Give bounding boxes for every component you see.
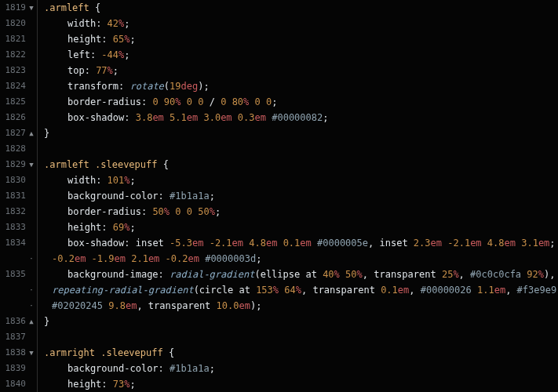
gutter-line: · — [0, 251, 37, 267]
gutter-line: 1838▼ — [0, 345, 37, 361]
code-line[interactable]: } — [44, 314, 558, 329]
gutter-line: 1831 — [0, 188, 37, 204]
code-line[interactable]: } — [44, 125, 558, 141]
code-line[interactable]: height: 65%; — [44, 31, 558, 47]
gutter-line: 1830 — [0, 172, 37, 188]
gutter-line: 1825 — [0, 94, 37, 110]
gutter-line: 1826 — [0, 110, 37, 125]
line-number: 1836 — [5, 314, 28, 329]
line-number: 1822 — [5, 47, 28, 63]
code-line[interactable]: left: -44%; — [44, 47, 558, 63]
code-line[interactable]: width: 101%; — [44, 172, 558, 188]
line-number: 1840 — [5, 376, 28, 392]
gutter-line: · — [0, 282, 37, 298]
gutter-line: 1837 — [0, 329, 37, 345]
code-line[interactable]: transform: rotate(19deg); — [44, 78, 558, 94]
code-line[interactable]: border-radius: 0 90% 0 0 / 0 80% 0 0; — [44, 94, 558, 110]
gutter-line: 1836▲ — [0, 314, 37, 329]
code-line[interactable]: background-color: #1b1a1a; — [44, 361, 558, 376]
line-number: 1837 — [5, 329, 28, 345]
line-number: 1833 — [5, 220, 28, 235]
gutter-line: 1822 — [0, 47, 37, 63]
line-number: 1827 — [5, 125, 28, 141]
gutter-line: 1840 — [0, 376, 37, 392]
line-number: 1830 — [5, 172, 28, 188]
fold-arrow-icon[interactable]: ▲ — [27, 314, 35, 329]
code-line[interactable]: width: 42%; — [44, 16, 558, 31]
fold-arrow-icon: · — [27, 251, 35, 267]
code-line[interactable]: .armleft .sleevepuff { — [44, 157, 558, 172]
line-number: 1821 — [5, 31, 28, 47]
code-line[interactable]: .armright .sleevepuff { — [44, 345, 558, 361]
line-number: 1820 — [5, 16, 28, 31]
code-line[interactable]: height: 69%; — [44, 220, 558, 235]
code-line[interactable]: height: 73%; — [44, 376, 558, 392]
line-number: 1819 — [5, 0, 28, 16]
line-number: 1835 — [5, 267, 28, 282]
line-number: 1823 — [5, 63, 28, 78]
line-number-gutter[interactable]: 1819▼18201821182218231824182518261827▲18… — [0, 0, 38, 392]
code-line[interactable]: background-color: #1b1a1a; — [44, 188, 558, 204]
fold-arrow-icon[interactable]: ▲ — [27, 125, 35, 141]
line-number: 1824 — [5, 78, 28, 94]
code-line[interactable]: box-shadow: 3.8em 5.1em 3.0em 0.3em #000… — [44, 110, 558, 125]
fold-arrow-icon[interactable]: ▼ — [27, 157, 35, 172]
line-number: 1828 — [5, 141, 28, 157]
line-number: 1829 — [5, 157, 28, 172]
line-number: 1838 — [5, 345, 28, 361]
gutter-line: 1832 — [0, 204, 37, 220]
code-line[interactable]: -0.2em -1.9em 2.1em -0.2em #0000003d; — [44, 251, 558, 267]
gutter-line: 1835 — [0, 267, 37, 282]
fold-arrow-icon: · — [27, 298, 35, 314]
code-line[interactable]: box-shadow: inset -5.3em -2.1em 4.8em 0.… — [44, 235, 558, 251]
line-number: 1834 — [5, 235, 28, 251]
line-number: 1826 — [5, 110, 28, 125]
gutter-line: 1834 — [0, 235, 37, 251]
gutter-line: 1821 — [0, 31, 37, 47]
gutter-line: 1824 — [0, 78, 37, 94]
code-line[interactable] — [44, 141, 558, 157]
code-line[interactable] — [44, 329, 558, 345]
gutter-line: 1823 — [0, 63, 37, 78]
fold-arrow-icon[interactable]: ▼ — [27, 0, 35, 16]
gutter-line: 1827▲ — [0, 125, 37, 141]
line-number: 1831 — [5, 188, 28, 204]
gutter-line: 1829▼ — [0, 157, 37, 172]
line-number: 1832 — [5, 204, 28, 220]
code-line[interactable]: top: 77%; — [44, 63, 558, 78]
fold-arrow-icon[interactable]: ▼ — [27, 345, 35, 361]
code-line[interactable]: .armleft { — [44, 0, 558, 16]
gutter-line: 1839 — [0, 361, 37, 376]
gutter-line: · — [0, 298, 37, 314]
gutter-line: 1833 — [0, 220, 37, 235]
code-editor[interactable]: 1819▼18201821182218231824182518261827▲18… — [0, 0, 558, 392]
code-line[interactable]: #02020245 9.8em, transparent 10.0em); — [44, 298, 558, 314]
code-line[interactable]: background-image: radial-gradient(ellips… — [44, 267, 558, 282]
line-number: 1825 — [5, 94, 28, 110]
gutter-line: 1819▼ — [0, 0, 37, 16]
line-number: 1839 — [5, 361, 28, 376]
code-line[interactable]: border-radius: 50% 0 0 50%; — [44, 204, 558, 220]
gutter-line: 1820 — [0, 16, 37, 31]
gutter-line: 1828 — [0, 141, 37, 157]
code-line[interactable]: repeating-radial-gradient(circle at 153%… — [44, 282, 558, 298]
fold-arrow-icon: · — [27, 282, 35, 298]
code-area[interactable]: .armleft {width: 42%;height: 65%;left: -… — [38, 0, 558, 392]
